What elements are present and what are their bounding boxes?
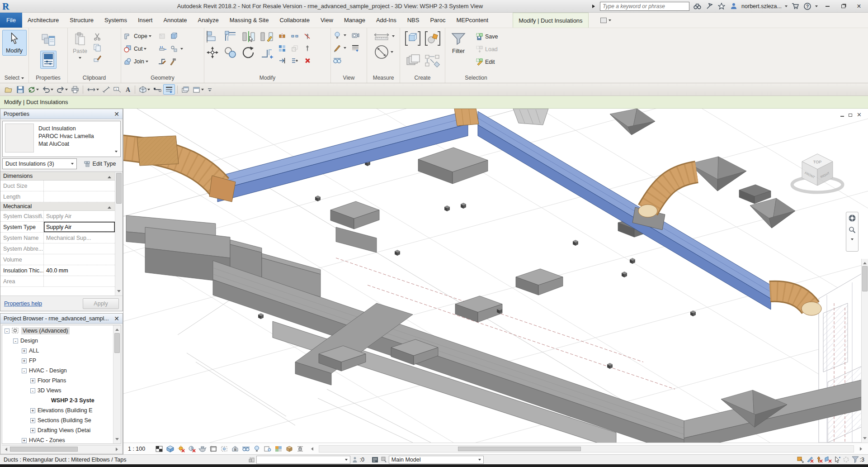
tree-item-label[interactable]: Elevations (Building E <box>38 407 93 414</box>
reveal-constraints-icon[interactable] <box>295 444 305 453</box>
create-similar-icon[interactable] <box>424 30 441 47</box>
reveal-hidden-icon[interactable] <box>252 444 262 453</box>
close-button[interactable]: × <box>853 2 865 11</box>
search-input[interactable] <box>603 3 687 10</box>
communication-center-icon[interactable] <box>705 2 714 10</box>
property-value[interactable] <box>44 191 115 202</box>
project-browser-header[interactable]: Project Browser - rme_advanced_sampl... … <box>0 314 123 324</box>
ribbon-tab[interactable]: Architecture <box>22 13 64 28</box>
tree-item[interactable]: + ALL <box>2 346 113 356</box>
ribbon-tab[interactable]: Analyze <box>192 13 224 28</box>
tree-item[interactable]: - 3D Views <box>2 386 113 396</box>
scale-icon[interactable] <box>290 43 300 53</box>
hscroll-right-icon[interactable] <box>857 444 867 453</box>
ribbon-tab[interactable]: Massing & Site <box>224 13 274 28</box>
panel-label-select[interactable]: Select <box>0 73 28 83</box>
tree-item-label[interactable]: WSHP 2-3 Syste <box>51 397 94 404</box>
print-icon[interactable] <box>70 84 80 95</box>
mirror-draw-axis-icon[interactable] <box>260 31 274 43</box>
tree-toggle[interactable]: - <box>5 329 9 334</box>
property-value[interactable] <box>44 243 115 254</box>
tree-item-label[interactable]: ALL <box>29 348 39 354</box>
crop-view-icon[interactable] <box>208 444 218 453</box>
cope-dropdown[interactable] <box>149 35 151 38</box>
tree-toggle[interactable]: + <box>22 438 27 443</box>
cut-to-clipboard-icon[interactable] <box>92 32 102 42</box>
panel-label-measure[interactable]: Measure <box>367 73 400 83</box>
align-end-icon[interactable] <box>277 56 287 66</box>
measure-between-icon[interactable] <box>373 32 391 41</box>
default-3d-view-icon[interactable] <box>137 84 151 95</box>
tree-toggle[interactable]: - <box>13 338 18 343</box>
render-icon[interactable] <box>198 444 208 453</box>
editing-requests-icon[interactable] <box>350 456 359 464</box>
thin-lines-qat-icon[interactable] <box>163 84 175 95</box>
customize-qat-icon[interactable] <box>206 84 214 95</box>
open-icon[interactable] <box>3 84 14 95</box>
modify-button[interactable]: Modify <box>2 30 27 56</box>
tree-item[interactable]: - Design <box>2 336 113 346</box>
cut-label[interactable]: Cut <box>134 46 142 52</box>
tree-toggle[interactable]: + <box>22 358 27 363</box>
help-menu-chevron-icon[interactable] <box>815 5 818 9</box>
tree-item-label[interactable]: Drafting Views (Detai <box>38 427 90 434</box>
property-value[interactable] <box>44 276 115 286</box>
redo-icon[interactable] <box>55 84 69 95</box>
property-value[interactable] <box>44 254 115 265</box>
project-browser-hscrollbar[interactable] <box>2 445 121 453</box>
properties-header[interactable]: Properties ✕ <box>0 109 123 119</box>
save-selection-button[interactable]: Save <box>475 31 500 42</box>
panel-label-create[interactable]: Create <box>400 73 445 83</box>
paste-button[interactable]: Paste <box>69 30 91 62</box>
tree-toggle[interactable]: + <box>30 408 35 413</box>
cut-profile-icon[interactable] <box>157 31 167 41</box>
text-icon[interactable]: A <box>123 84 132 95</box>
split-with-gap-icon[interactable] <box>290 31 300 41</box>
tree-item-label[interactable]: Design <box>20 338 38 344</box>
select-underlay-icon[interactable] <box>806 456 815 464</box>
cart-icon[interactable] <box>791 2 800 10</box>
3d-view-scene[interactable]: TOP FRONT RIGHT <box>123 109 868 443</box>
copy-icon[interactable] <box>224 46 237 59</box>
property-value[interactable]: Mechanical Sup... <box>44 233 115 243</box>
ribbon-tab[interactable]: Manage <box>339 13 371 28</box>
drag-on-selection-icon[interactable] <box>833 456 842 464</box>
match-type-properties-icon[interactable] <box>92 53 102 63</box>
worksharing-display-icon[interactable] <box>274 444 283 453</box>
apply-coping-icon[interactable] <box>158 44 168 54</box>
thin-lines-icon[interactable] <box>350 43 360 53</box>
ribbon-tab[interactable]: Insert <box>132 13 158 28</box>
property-value[interactable]: 40.0 mm <box>44 265 115 276</box>
create-assembly-icon[interactable] <box>424 54 440 67</box>
link-elements-icon[interactable] <box>169 44 179 54</box>
group-collapse-icon[interactable] <box>108 174 111 178</box>
join-label[interactable]: Join <box>134 58 144 65</box>
edit-type-button[interactable]: Edit Type <box>79 158 121 169</box>
ribbon-tab[interactable]: Structure <box>64 13 99 28</box>
tree-toggle[interactable]: + <box>30 418 35 423</box>
panel-label-selection[interactable]: Selection <box>445 73 507 83</box>
synchronize-icon[interactable] <box>26 84 40 95</box>
pin-icon[interactable] <box>302 43 312 53</box>
crop-region-icon[interactable] <box>219 444 229 453</box>
ribbon-tab[interactable]: Collaborate <box>274 13 315 28</box>
linework-brush-icon[interactable] <box>332 43 342 53</box>
tree-toggle[interactable]: - <box>30 388 35 393</box>
full-navigation-wheel-icon[interactable] <box>848 214 856 224</box>
aligned-dimension-icon[interactable] <box>101 84 112 95</box>
dimension-diameter-icon[interactable] <box>374 44 389 60</box>
visual-style-icon[interactable] <box>165 444 175 453</box>
view-restore-icon[interactable] <box>849 112 852 118</box>
select-links-icon[interactable] <box>797 456 806 464</box>
contextual-tab-modify-duct-insulations[interactable]: Modify | Duct Insulations <box>513 13 588 28</box>
tree-item-label[interactable]: Floor Plans <box>38 377 66 384</box>
panel-label-view[interactable]: View <box>331 73 367 83</box>
tree-item[interactable]: + Floor Plans <box>2 376 113 386</box>
tree-item[interactable]: + HVAC - Zones <box>2 435 113 444</box>
tree-item-label[interactable]: 3D Views <box>38 387 61 394</box>
solid-box-icon[interactable] <box>169 31 179 41</box>
ribbon-tab[interactable]: NBS <box>402 13 425 28</box>
select-pinned-icon[interactable] <box>815 456 824 464</box>
panel-label-geometry[interactable]: Geometry <box>121 73 204 83</box>
hide-isolate-glasses-icon[interactable] <box>332 56 342 66</box>
